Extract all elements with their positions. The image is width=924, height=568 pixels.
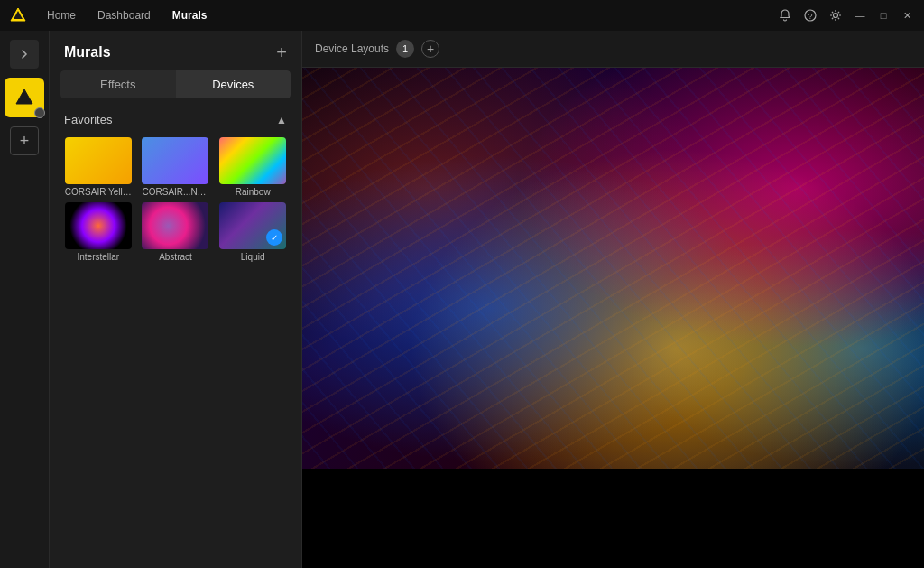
panel-header: Murals +	[50, 31, 301, 70]
content-area: Device Layouts 1 +	[302, 31, 924, 568]
device-layouts-label: Device Layouts	[315, 42, 389, 55]
nav-home[interactable]: Home	[38, 5, 85, 25]
svg-text:?: ?	[808, 12, 812, 21]
mural-preview	[302, 68, 924, 469]
svg-point-6	[22, 97, 27, 102]
mural-label: Interstellar	[77, 252, 119, 262]
list-item[interactable]: CORSAIR...NE Blue	[140, 137, 212, 197]
list-item[interactable]: Rainbow	[217, 137, 289, 197]
tab-devices[interactable]: Devices	[176, 70, 291, 98]
bottom-panel	[302, 469, 924, 568]
mural-thumb-interstellar	[65, 202, 132, 249]
device-icon-button[interactable]	[5, 78, 44, 117]
svg-point-4	[834, 14, 838, 18]
list-item[interactable]: Abstract	[140, 202, 212, 262]
mural-label: CORSAIR...NE Blue	[142, 187, 208, 197]
layout-add-button[interactable]: +	[421, 40, 439, 58]
mural-thumb-liquid: ✓	[219, 202, 286, 249]
list-item[interactable]: ✓ Liquid	[217, 202, 289, 262]
panel-add-button[interactable]: +	[276, 43, 287, 61]
mural-label: CORSAIR Yellow	[65, 187, 132, 197]
section-favorites-label: Favorites	[64, 113, 112, 126]
close-button[interactable]: ✕	[899, 7, 915, 23]
mural-label: Abstract	[159, 252, 192, 262]
chevron-up-icon[interactable]: ▲	[276, 114, 287, 126]
panel-title: Murals	[64, 44, 111, 61]
notification-bell-icon[interactable]	[776, 6, 794, 24]
titlebar-right: ? — □ ✕	[776, 6, 915, 24]
mural-thumb-abstract	[142, 202, 208, 249]
minimize-button[interactable]: —	[852, 7, 868, 23]
murals-grid: CORSAIR Yellow CORSAIR...NE Blue Rainbow	[50, 132, 301, 267]
mural-background	[302, 68, 924, 469]
mural-label: Rainbow	[236, 187, 271, 197]
mural-thumb-rainbow	[219, 137, 286, 184]
settings-gear-icon[interactable]	[827, 6, 845, 24]
layout-count-badge: 1	[396, 40, 414, 58]
corsair-logo-icon	[9, 6, 27, 24]
mural-thumb-yellow	[65, 137, 132, 184]
nav-dashboard[interactable]: Dashboard	[88, 5, 160, 25]
help-icon[interactable]: ?	[801, 6, 819, 24]
section-favorites-header: Favorites ▲	[50, 107, 301, 132]
add-profile-button[interactable]: +	[10, 126, 39, 155]
tabs: Effects Devices	[60, 70, 291, 98]
panel-sidebar: Murals + Effects Devices Favorites ▲ COR…	[50, 31, 302, 568]
nav-murals[interactable]: Murals	[163, 5, 217, 25]
tab-effects[interactable]: Effects	[60, 70, 176, 98]
collapse-sidebar-button[interactable]	[10, 40, 39, 69]
mural-thumb-blue	[142, 137, 208, 184]
titlebar: Home Dashboard Murals ? — □ ✕	[0, 0, 924, 31]
list-item[interactable]: Interstellar	[62, 202, 134, 262]
maximize-button[interactable]: □	[875, 7, 892, 23]
mural-label: Liquid	[241, 252, 265, 262]
main-layout: + Murals + Effects Devices Favorites ▲ C…	[0, 31, 924, 568]
icon-strip: +	[0, 31, 50, 568]
list-item[interactable]: CORSAIR Yellow	[62, 137, 134, 197]
titlebar-left: Home Dashboard Murals	[9, 5, 216, 25]
device-layouts-bar: Device Layouts 1 +	[302, 31, 924, 68]
